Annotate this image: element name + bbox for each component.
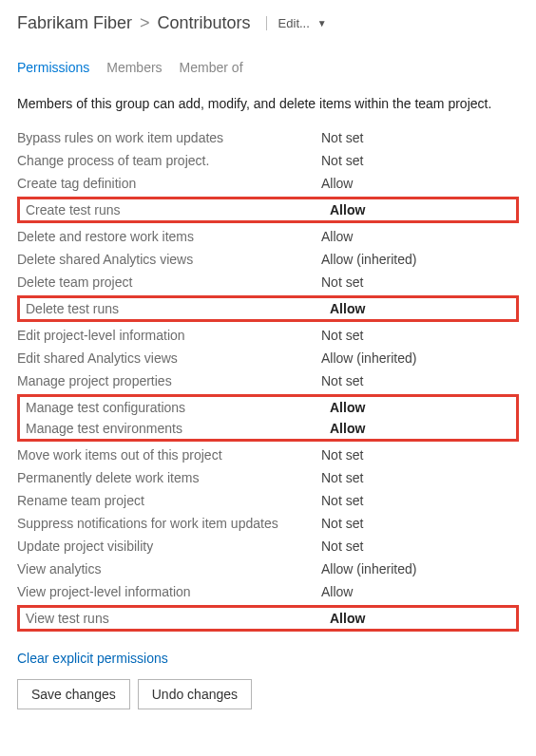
- permission-row[interactable]: Delete and restore work itemsAllow: [17, 225, 519, 248]
- permission-row[interactable]: Rename team projectNot set: [17, 489, 519, 512]
- permission-row[interactable]: Move work items out of this projectNot s…: [17, 444, 519, 466]
- permission-value[interactable]: Not set: [321, 153, 363, 168]
- permission-label: Change process of team project.: [17, 153, 321, 168]
- permission-value[interactable]: Not set: [321, 373, 363, 388]
- breadcrumb-separator: >: [140, 13, 150, 33]
- highlighted-group: Manage test configurationsAllowManage te…: [17, 394, 519, 442]
- permission-label: Delete shared Analytics views: [17, 252, 321, 267]
- permission-label: Create test runs: [26, 202, 330, 217]
- permission-label: Manage test environments: [26, 421, 330, 436]
- permission-label: View project-level information: [17, 584, 321, 599]
- permission-value[interactable]: Allow (inherited): [321, 350, 416, 366]
- highlighted-group: View test runsAllow: [17, 605, 519, 632]
- breadcrumb-group[interactable]: Contributors: [158, 13, 251, 33]
- permission-value[interactable]: Allow (inherited): [321, 561, 416, 576]
- permission-value[interactable]: Allow: [321, 229, 353, 244]
- permission-row[interactable]: Manage test configurationsAllow: [20, 397, 516, 418]
- tab-members[interactable]: Members: [106, 60, 162, 75]
- undo-button[interactable]: Undo changes: [138, 679, 252, 709]
- permission-value[interactable]: Allow: [321, 584, 353, 599]
- permission-row[interactable]: Bypass rules on work item updatesNot set: [17, 126, 519, 149]
- chevron-down-icon: ▼: [317, 18, 327, 28]
- permission-label: Move work items out of this project: [17, 447, 321, 463]
- permission-label: Manage test configurations: [26, 400, 330, 415]
- highlighted-group: Delete test runsAllow: [17, 295, 519, 322]
- permission-row[interactable]: Update project visibilityNot set: [17, 535, 519, 558]
- permissions-list: Bypass rules on work item updatesNot set…: [17, 126, 519, 632]
- permission-row[interactable]: Edit shared Analytics viewsAllow (inheri…: [17, 347, 519, 369]
- permission-value[interactable]: Allow: [330, 400, 365, 415]
- permission-row[interactable]: View project-level informationAllow: [17, 580, 519, 603]
- permission-label: Rename team project: [17, 493, 321, 508]
- permission-row[interactable]: Manage test environmentsAllow: [20, 418, 516, 439]
- permission-value[interactable]: Not set: [321, 447, 363, 463]
- tab-permissions[interactable]: Permissions: [17, 60, 89, 75]
- permission-value[interactable]: Allow: [330, 611, 365, 626]
- group-description: Members of this group can add, modify, a…: [17, 96, 519, 111]
- permission-row[interactable]: Suppress notifications for work item upd…: [17, 512, 519, 535]
- permission-label: Permanently delete work items: [17, 470, 321, 485]
- permission-row[interactable]: Create test runsAllow: [20, 199, 516, 220]
- permission-label: Bypass rules on work item updates: [17, 130, 321, 145]
- permission-row[interactable]: Edit project-level informationNot set: [17, 324, 519, 347]
- permission-label: Edit project-level information: [17, 328, 321, 343]
- permission-row[interactable]: Manage project propertiesNot set: [17, 369, 519, 392]
- permission-row[interactable]: View test runsAllow: [20, 608, 516, 629]
- breadcrumb: Fabrikam Fiber > Contributors Edit... ▼: [17, 13, 519, 33]
- permission-row[interactable]: Delete shared Analytics viewsAllow (inhe…: [17, 248, 519, 271]
- permission-value[interactable]: Not set: [321, 470, 363, 485]
- permission-value[interactable]: Not set: [321, 493, 363, 508]
- permission-label: Update project visibility: [17, 539, 321, 554]
- highlighted-group: Create test runsAllow: [17, 197, 519, 223]
- tabs: PermissionsMembersMember of: [17, 60, 519, 75]
- permission-row[interactable]: Delete test runsAllow: [20, 298, 516, 319]
- permission-row[interactable]: Create tag definitionAllow: [17, 172, 519, 195]
- action-buttons: Save changes Undo changes: [17, 679, 519, 709]
- permission-label: View analytics: [17, 561, 321, 576]
- breadcrumb-project[interactable]: Fabrikam Fiber: [17, 13, 132, 33]
- permission-row[interactable]: Permanently delete work itemsNot set: [17, 466, 519, 489]
- edit-label: Edit...: [278, 16, 310, 30]
- save-button[interactable]: Save changes: [17, 679, 130, 709]
- permission-value[interactable]: Not set: [321, 516, 363, 531]
- permission-label: View test runs: [26, 611, 330, 626]
- permission-value[interactable]: Allow: [330, 202, 365, 217]
- permission-value[interactable]: Not set: [321, 130, 363, 145]
- clear-permissions-link[interactable]: Clear explicit permissions: [17, 651, 168, 666]
- permission-row[interactable]: Delete team projectNot set: [17, 271, 519, 293]
- permission-value[interactable]: Not set: [321, 274, 363, 290]
- permission-value[interactable]: Allow (inherited): [321, 252, 416, 267]
- permission-label: Suppress notifications for work item upd…: [17, 516, 321, 531]
- permission-label: Create tag definition: [17, 176, 321, 191]
- permission-value[interactable]: Allow: [330, 301, 365, 316]
- permission-value[interactable]: Allow: [330, 421, 365, 436]
- permission-label: Delete and restore work items: [17, 229, 321, 244]
- permission-label: Delete team project: [17, 274, 321, 290]
- permission-label: Manage project properties: [17, 373, 321, 388]
- permission-value[interactable]: Allow: [321, 176, 353, 191]
- permission-value[interactable]: Not set: [321, 539, 363, 554]
- permission-row[interactable]: View analyticsAllow (inherited): [17, 558, 519, 580]
- edit-dropdown[interactable]: Edit... ▼: [266, 16, 327, 30]
- permission-label: Delete test runs: [26, 301, 330, 316]
- permission-value[interactable]: Not set: [321, 328, 363, 343]
- permission-row[interactable]: Change process of team project.Not set: [17, 149, 519, 172]
- permission-label: Edit shared Analytics views: [17, 350, 321, 366]
- tab-member-of[interactable]: Member of: [180, 60, 243, 75]
